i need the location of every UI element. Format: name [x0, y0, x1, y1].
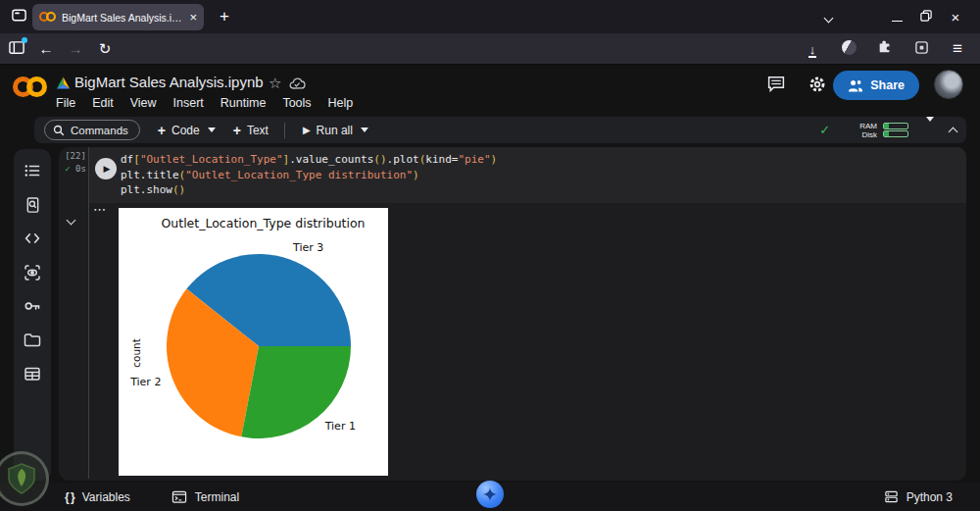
find-replace-button[interactable] [24, 196, 41, 214]
dropdown-arrow-icon[interactable] [208, 128, 216, 132]
tab-title: BigMart Sales Analysis.ipynb - C [62, 12, 183, 24]
plus-icon: + [158, 123, 166, 138]
downloads-button[interactable]: ↓ [798, 40, 827, 58]
add-text-label: Text [247, 124, 269, 137]
table-grid-button[interactable] [24, 365, 41, 383]
toolbar-divider [284, 123, 285, 138]
secrets-button[interactable] [24, 297, 41, 315]
download-icon: ↓ [808, 44, 817, 58]
browser-tab[interactable]: BigMart Sales Analysis.ipynb - C × [32, 4, 204, 30]
cell-gutter: [22] ✓ 0s [63, 151, 88, 174]
terminal-button[interactable]: Terminal [172, 489, 239, 504]
run-cell-button[interactable]: ▶ [95, 158, 117, 179]
app-menu-button[interactable]: ≡ [943, 39, 972, 59]
run-all-button[interactable]: ▶ Run all [303, 124, 368, 137]
runtime-dropdown-button[interactable] [924, 122, 934, 139]
notebook-toolbar: Commands + Code + Text ▶ Run all ✓ RAMDi… [34, 117, 966, 143]
variables-label: Variables [82, 490, 130, 504]
disk-usage-bar [883, 130, 908, 137]
menu-runtime[interactable]: Runtime [220, 96, 267, 110]
pie-slice-label: Tier 1 [324, 420, 356, 433]
table-of-contents-button[interactable] [24, 162, 41, 179]
forward-button[interactable]: → [61, 40, 90, 57]
notification-dot [22, 37, 27, 43]
code-editor[interactable]: ▶ df["Outlet_Location_Type"].value_count… [89, 147, 966, 203]
shield-leaf-icon [7, 463, 36, 494]
left-sidebar [14, 149, 51, 481]
commands-button[interactable]: Commands [44, 120, 140, 140]
window-close-button[interactable]: × [941, 9, 970, 26]
cloud-saved-icon[interactable] [289, 77, 306, 90]
add-code-button[interactable]: + Code [158, 123, 216, 138]
firefox-view-button[interactable] [4, 7, 33, 26]
search-icon [53, 125, 65, 136]
output-options-button[interactable]: ⋯ [93, 202, 107, 217]
comments-button[interactable] [766, 75, 786, 97]
account-avatar-icon [842, 40, 857, 55]
plus-icon: + [233, 123, 241, 138]
new-tab-button[interactable]: + [210, 7, 239, 26]
pie-chart: Tier 3Tier 2Tier 1 [119, 208, 388, 476]
gemini-button[interactable] [476, 481, 504, 508]
connected-check-icon: ✓ [819, 123, 830, 137]
dropdown-arrow-icon[interactable] [361, 128, 368, 132]
menu-help[interactable]: Help [328, 96, 354, 110]
colab-logo [13, 75, 50, 100]
list-tabs-button[interactable] [813, 8, 843, 26]
files-button[interactable] [24, 332, 41, 349]
scene-detection-button[interactable] [24, 264, 41, 281]
code-cell[interactable]: ▶ df["Outlet_Location_Type"].value_count… [88, 147, 966, 479]
puzzle-icon [877, 39, 893, 55]
gemini-spark-icon [482, 486, 498, 502]
resource-monitor[interactable]: RAMDisk [859, 122, 908, 139]
chevron-down-icon [67, 216, 76, 226]
drive-icon [56, 77, 71, 89]
gear-icon [808, 75, 827, 94]
profile-avatar[interactable] [934, 70, 963, 99]
tab-close-icon[interactable]: × [189, 11, 197, 24]
ram-label: RAM [859, 122, 877, 130]
commands-label: Commands [71, 125, 128, 136]
browser-tab-bar: BigMart Sales Analysis.ipynb - C × + × [0, 0, 980, 33]
terminal-icon [172, 489, 187, 504]
share-button[interactable]: Share [833, 71, 919, 100]
colab-favicon [39, 12, 56, 23]
collapse-output-button[interactable] [68, 210, 74, 228]
star-notebook-icon[interactable]: ☆ [269, 75, 281, 92]
code-snippets-button[interactable] [24, 230, 41, 247]
restore-icon [920, 10, 932, 22]
extension-badge-icon [914, 40, 929, 55]
account-button[interactable] [834, 40, 863, 58]
window-minimize-button[interactable] [882, 8, 911, 26]
disk-label: Disk [859, 130, 877, 139]
settings-button[interactable] [808, 75, 827, 98]
reload-button[interactable]: ↻ [90, 40, 120, 58]
menu-insert[interactable]: Insert [173, 96, 204, 110]
menu-file[interactable]: File [56, 96, 75, 110]
add-code-label: Code [172, 124, 200, 137]
kernel-status[interactable]: Python 3 [884, 489, 953, 504]
variables-icon: { } [65, 490, 74, 504]
back-button[interactable]: ← [31, 40, 61, 57]
menu-edit[interactable]: Edit [92, 96, 114, 110]
add-text-button[interactable]: + Text [233, 123, 269, 138]
collapse-toolbar-button[interactable] [950, 122, 956, 139]
sidebar-panel-button[interactable] [2, 39, 31, 59]
menu-view[interactable]: View [130, 96, 157, 110]
chevron-down-icon [823, 14, 833, 24]
kernel-label: Python 3 [906, 490, 953, 504]
window-restore-button[interactable] [911, 8, 941, 26]
extensions-button[interactable] [870, 39, 900, 58]
code-lines[interactable]: df["Outlet_Location_Type"].value_counts(… [121, 152, 497, 198]
comment-icon [766, 75, 786, 93]
notebook-title[interactable]: BigMart Sales Analysis.ipynb [74, 74, 264, 90]
run-all-label: Run all [317, 124, 353, 137]
screen: BigMart Sales Analysis.ipynb - C × + × ←… [0, 0, 980, 511]
ram-usage-bar [883, 123, 908, 129]
executed-check-icon: ✓ [65, 164, 70, 174]
browser-nav-bar: ← → ↻ colab.research.google.com/drive/1q… [0, 33, 980, 65]
menu-tools[interactable]: Tools [282, 96, 311, 110]
extension-badge-button[interactable] [906, 40, 936, 58]
variables-button[interactable]: { } Variables [65, 490, 130, 504]
run-icon: ▶ [303, 125, 311, 135]
